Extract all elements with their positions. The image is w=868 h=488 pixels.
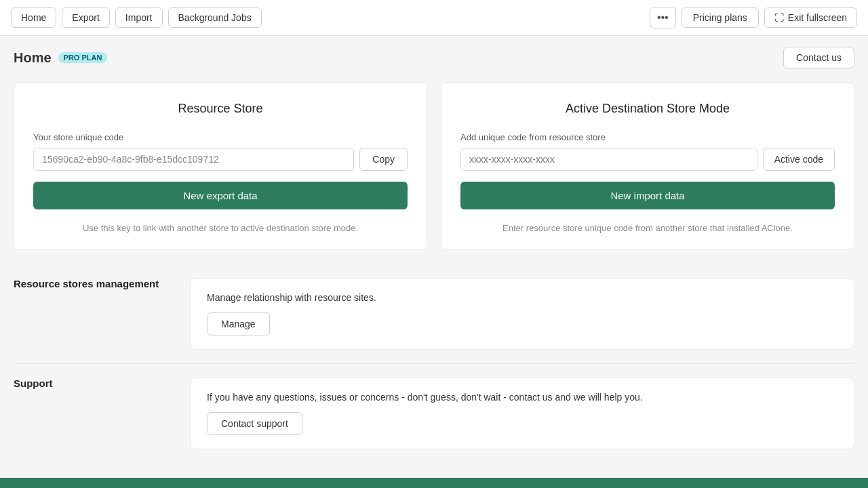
fullscreen-label: Exit fullscreen (788, 12, 847, 23)
fullscreen-button[interactable]: ⛶ Exit fullscreen (764, 7, 857, 28)
background-jobs-button[interactable]: Background Jobs (168, 7, 262, 28)
store-code-label: Your store unique code (33, 132, 408, 142)
new-import-button[interactable]: New import data (460, 182, 835, 209)
manage-button[interactable]: Manage (207, 312, 270, 336)
contact-us-button[interactable]: Contact us (783, 47, 854, 68)
home-button[interactable]: Home (11, 7, 56, 28)
destination-store-note: Enter resource store unique code from an… (460, 223, 835, 233)
pro-plan-badge: PRO PLAN (58, 52, 108, 63)
cards-row: Resource Store Your store unique code Co… (14, 82, 854, 250)
import-button[interactable]: Import (115, 7, 163, 28)
unique-code-row: Active code (460, 148, 835, 171)
page-header: Home PRO PLAN Contact us (0, 36, 868, 74)
resource-store-title: Resource Store (33, 102, 408, 116)
active-code-button[interactable]: Active code (763, 148, 835, 171)
export-button[interactable]: Export (62, 7, 109, 28)
store-code-input[interactable] (33, 148, 354, 171)
copy-button[interactable]: Copy (359, 148, 408, 171)
store-code-row: Copy (33, 148, 408, 171)
new-export-button[interactable]: New export data (33, 182, 408, 209)
support-desc: If you have any questions, issues or con… (207, 392, 837, 403)
resource-management-content: Manage relationship with resource sites.… (190, 278, 854, 350)
support-section: Support If you have any questions, issue… (14, 363, 854, 463)
more-options-button[interactable]: ••• (650, 7, 676, 28)
resource-management-desc: Manage relationship with resource sites. (207, 292, 837, 303)
page-title: Home (14, 50, 52, 66)
unique-code-label: Add unique code from resource store (460, 132, 835, 142)
destination-store-card: Active Destination Store Mode Add unique… (441, 82, 854, 250)
destination-store-title: Active Destination Store Mode (460, 102, 835, 116)
pricing-plans-button[interactable]: Pricing plans (682, 7, 759, 28)
top-nav: Home Export Import Background Jobs ••• P… (0, 0, 868, 36)
resource-store-card: Resource Store Your store unique code Co… (14, 82, 427, 250)
resource-management-label: Resource stores management (14, 278, 159, 289)
fullscreen-icon: ⛶ (774, 12, 784, 23)
resource-store-note: Use this key to link with another store … (33, 223, 408, 233)
support-label: Support (14, 378, 53, 389)
contact-support-button[interactable]: Contact support (207, 412, 302, 435)
support-content: If you have any questions, issues or con… (190, 378, 854, 449)
unique-code-input[interactable] (460, 148, 757, 171)
footer-banner: APP DASHBOARD (0, 478, 868, 488)
resource-management-section: Resource stores management Manage relati… (14, 264, 854, 363)
main-content: Resource Store Your store unique code Co… (0, 74, 868, 471)
